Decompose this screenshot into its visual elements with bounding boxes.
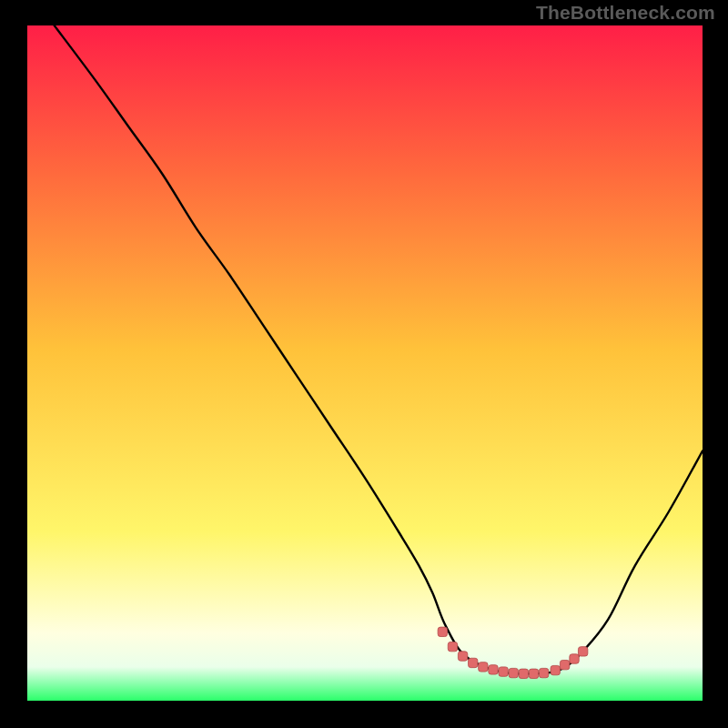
trough-marker xyxy=(509,668,518,677)
plot-area xyxy=(27,25,703,701)
trough-marker xyxy=(578,647,587,656)
trough-marker xyxy=(448,642,457,651)
trough-marker xyxy=(438,627,447,636)
plot-svg xyxy=(27,25,703,701)
chart-stage: TheBottleneck.com xyxy=(0,0,728,728)
trough-marker xyxy=(519,669,528,678)
trough-marker xyxy=(560,660,569,669)
trough-marker xyxy=(458,652,467,661)
trough-marker xyxy=(570,654,579,663)
trough-marker xyxy=(479,662,488,672)
trough-marker xyxy=(539,668,548,677)
trough-marker xyxy=(551,665,560,674)
trough-marker xyxy=(469,658,478,667)
trough-marker xyxy=(489,665,498,674)
trough-marker xyxy=(529,669,538,678)
watermark-text: TheBottleneck.com xyxy=(536,2,715,24)
trough-marker xyxy=(499,667,508,676)
